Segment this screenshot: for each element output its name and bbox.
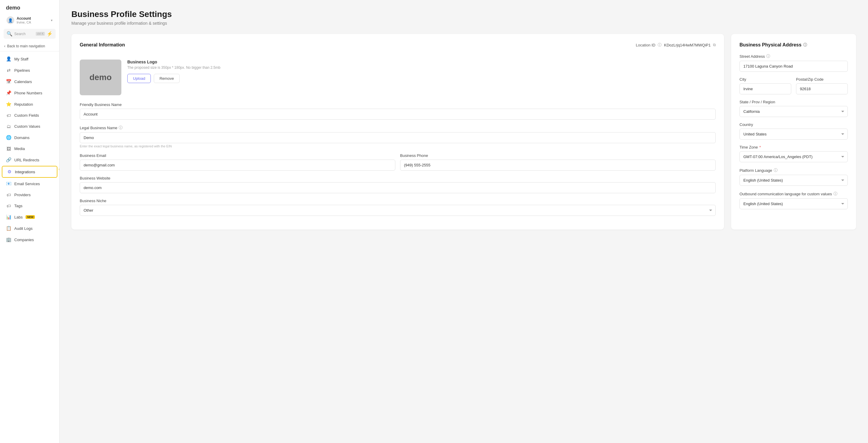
location-id-info-icon[interactable]: ⓘ bbox=[658, 42, 661, 48]
state-group: State / Prov / Region California bbox=[740, 100, 848, 117]
sidebar-item-email-services[interactable]: 📧 Email Services bbox=[2, 178, 57, 189]
labs-icon: 📊 bbox=[6, 214, 11, 220]
street-address-group: Street Address ⓘ bbox=[740, 54, 848, 72]
account-name: Account bbox=[17, 17, 49, 21]
copy-icon[interactable]: ⧉ bbox=[713, 42, 716, 47]
sidebar-item-tags[interactable]: 🏷 Tags bbox=[2, 201, 57, 211]
outbound-lang-info-icon[interactable]: ⓘ bbox=[834, 191, 837, 197]
sidebar-item-custom-fields[interactable]: 🏷 Custom Fields bbox=[2, 110, 57, 121]
friendly-name-input[interactable] bbox=[80, 109, 716, 120]
street-address-label: Street Address ⓘ bbox=[740, 54, 848, 59]
account-avatar: 👤 bbox=[6, 17, 14, 24]
email-phone-row: Business Email Business Phone bbox=[80, 153, 716, 176]
labs-new-badge: new bbox=[26, 215, 35, 219]
business-website-input[interactable] bbox=[80, 182, 716, 193]
sidebar-item-phone-numbers[interactable]: 📌 Phone Numbers bbox=[2, 88, 57, 98]
business-niche-label: Business Niche bbox=[80, 199, 716, 203]
country-select[interactable]: United States bbox=[740, 128, 848, 140]
business-email-input[interactable] bbox=[80, 159, 395, 171]
logo-buttons: Upload Remove bbox=[127, 74, 220, 83]
state-select[interactable]: California bbox=[740, 106, 848, 117]
country-group: Country United States bbox=[740, 122, 848, 140]
sidebar-item-label: Providers bbox=[14, 193, 31, 197]
physical-address-title: Business Physical Address ⓘ bbox=[740, 42, 848, 48]
sidebar-item-my-staff[interactable]: 👤 My Staff bbox=[2, 54, 57, 64]
city-group: City bbox=[740, 77, 791, 94]
address-info-icon[interactable]: ⓘ bbox=[803, 42, 807, 48]
custom-values-icon: 🗂 bbox=[6, 124, 11, 129]
upload-button[interactable]: Upload bbox=[127, 74, 151, 83]
sidebar-item-companies[interactable]: 🏢 Companies bbox=[2, 234, 57, 245]
sidebar-item-pipelines[interactable]: ⇄ Pipelines bbox=[2, 65, 57, 76]
business-niche-select[interactable]: Other bbox=[80, 205, 716, 216]
search-icon: 🔍 bbox=[6, 31, 12, 37]
timezone-group: Time Zone * GMT-07:00 America/Los_Angele… bbox=[740, 145, 848, 162]
sidebar: demo 👤 Account Irvine, CA ▾ 🔍 Search ctr… bbox=[0, 0, 60, 443]
chevron-down-icon: ▾ bbox=[51, 19, 53, 22]
sidebar-item-custom-values[interactable]: 🗂 Custom Values bbox=[2, 121, 57, 131]
back-nav-label: Back to main navigation bbox=[7, 44, 45, 48]
postal-input[interactable] bbox=[796, 83, 848, 94]
city-input[interactable] bbox=[740, 83, 791, 94]
companies-icon: 🏢 bbox=[6, 237, 11, 242]
sidebar-item-domains[interactable]: 🌐 Domains bbox=[2, 132, 57, 143]
logo-title: Business Logo bbox=[127, 60, 220, 64]
sidebar-item-url-redirects[interactable]: 🔗 URL Redirects bbox=[2, 154, 57, 165]
custom-fields-icon: 🏷 bbox=[6, 113, 11, 118]
city-label: City bbox=[740, 77, 791, 82]
page-title: Business Profile Settings bbox=[71, 9, 856, 19]
pipelines-icon: ⇄ bbox=[6, 67, 11, 73]
integrations-icon: ⚙ bbox=[6, 169, 12, 174]
account-switcher[interactable]: 👤 Account Irvine, CA ▾ bbox=[2, 14, 57, 27]
timezone-select[interactable]: GMT-07:00 America/Los_Angeles (PDT) bbox=[740, 151, 848, 162]
sidebar-item-media[interactable]: 🖼 Media bbox=[2, 144, 57, 154]
friendly-name-group: Friendly Business Name bbox=[80, 102, 716, 120]
business-email-group: Business Email bbox=[80, 153, 395, 171]
search-bar[interactable]: 🔍 Search ctrl K ⚡ bbox=[4, 29, 56, 39]
sidebar-item-label: Domains bbox=[14, 136, 29, 140]
sidebar-item-integrations[interactable]: ⚙ Integrations bbox=[2, 166, 57, 178]
platform-lang-info-icon[interactable]: ⓘ bbox=[774, 168, 778, 173]
legal-name-info-icon[interactable]: ⓘ bbox=[119, 125, 123, 130]
sidebar-item-label: Media bbox=[14, 146, 25, 151]
outbound-language-select[interactable]: English (United States) bbox=[740, 198, 848, 209]
platform-language-group: Platform Language ⓘ English (United Stat… bbox=[740, 168, 848, 186]
location-id-value: KDozLrjq14HwM7MWQiP1 bbox=[664, 43, 711, 47]
sidebar-item-label: Phone Numbers bbox=[14, 91, 42, 95]
remove-button[interactable]: Remove bbox=[154, 74, 179, 83]
logo-info: Business Logo The proposed size is 350px… bbox=[127, 60, 220, 83]
business-phone-group: Business Phone bbox=[400, 153, 716, 171]
sidebar-item-providers[interactable]: 🏷 Providers bbox=[2, 190, 57, 200]
sidebar-item-label: Email Services bbox=[14, 182, 40, 186]
staff-icon: 👤 bbox=[6, 56, 11, 62]
general-info-card: General Information Location ID ⓘ KDozLr… bbox=[71, 34, 724, 230]
logo-preview: demo bbox=[80, 60, 121, 95]
business-phone-input[interactable] bbox=[400, 159, 716, 171]
sidebar-item-labs[interactable]: 📊 Labs new bbox=[2, 212, 57, 223]
outbound-language-label: Outbound communication language for cust… bbox=[740, 191, 848, 197]
sidebar-item-calendars[interactable]: 📅 Calendars bbox=[2, 76, 57, 87]
reputation-icon: ⭐ bbox=[6, 101, 11, 107]
domains-icon: 🌐 bbox=[6, 135, 11, 140]
sidebar-item-audit-logs[interactable]: 📋 Audit Logs bbox=[2, 223, 57, 234]
sidebar-item-label: Audit Logs bbox=[14, 226, 32, 231]
bolt-icon: ⚡ bbox=[47, 31, 53, 37]
page-subtitle: Manage your business profile information… bbox=[71, 21, 856, 26]
legal-name-input[interactable] bbox=[80, 132, 716, 143]
sidebar-item-label: Integrations bbox=[15, 170, 35, 174]
street-address-input[interactable] bbox=[740, 61, 848, 72]
tags-icon: 🏷 bbox=[6, 203, 11, 208]
sidebar-item-reputation[interactable]: ⭐ Reputation bbox=[2, 99, 57, 110]
legal-name-label: Legal Business Name ⓘ bbox=[80, 125, 716, 130]
back-to-main-nav[interactable]: ‹ Back to main navigation bbox=[0, 41, 59, 52]
business-email-label: Business Email bbox=[80, 153, 395, 158]
legal-name-hint: Enter the exact legal business name, as … bbox=[80, 144, 716, 148]
logo-description: The proposed size is 350px * 180px. No b… bbox=[127, 65, 220, 70]
logo-upload-section: demo Business Logo The proposed size is … bbox=[80, 60, 716, 95]
sidebar-item-label: Pipelines bbox=[14, 68, 30, 72]
street-info-icon[interactable]: ⓘ bbox=[766, 54, 770, 59]
search-label: Search bbox=[14, 32, 34, 36]
platform-language-select[interactable]: English (United States) bbox=[740, 175, 848, 186]
sidebar-item-label: URL Redirects bbox=[14, 158, 39, 162]
content-grid: General Information Location ID ⓘ KDozLr… bbox=[71, 34, 856, 230]
